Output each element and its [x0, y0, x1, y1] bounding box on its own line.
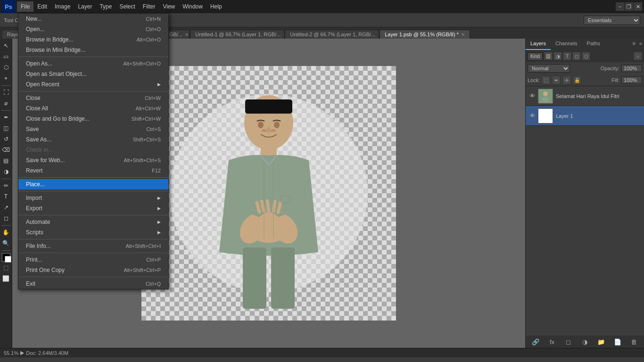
menu-open-recent[interactable]: Open Recent: [18, 79, 168, 90]
menu-check-in-label: Check In...: [26, 147, 53, 153]
menu-open-smart-object[interactable]: Open as Smart Object...: [18, 69, 168, 79]
menu-open-as[interactable]: Open As... Alt+Shift+Ctrl+O: [18, 58, 168, 69]
menu-save-web-shortcut: Alt+Shift+Ctrl+S: [124, 157, 161, 163]
menu-print[interactable]: Print... Ctrl+P: [18, 255, 168, 265]
separator-1: [18, 57, 168, 57]
menu-scripts-label: Scripts: [26, 229, 43, 236]
menu-revert-label: Revert: [26, 167, 42, 174]
menu-browse-bridge-label: Browse in Bridge...: [26, 36, 74, 43]
menu-save-web[interactable]: Save for Web... Alt+Shift+Ctrl+S: [18, 155, 168, 165]
separator-2: [18, 91, 168, 91]
menu-save[interactable]: Save Ctrl+S: [18, 124, 168, 134]
menu-save-label: Save: [26, 126, 39, 132]
menu-export-label: Export: [26, 205, 42, 212]
menu-exit[interactable]: Exit Ctrl+Q: [18, 279, 168, 289]
menu-new-label: New...: [26, 16, 41, 22]
menu-close[interactable]: Close Ctrl+W: [18, 93, 168, 103]
menu-close-label: Close: [26, 95, 41, 101]
menu-file-info-shortcut: Alt+Shift+Ctrl+I: [126, 243, 161, 249]
menu-new-shortcut: Ctrl+N: [146, 16, 161, 22]
menu-close-shortcut: Ctrl+W: [145, 95, 161, 101]
menu-check-in: Check In...: [18, 145, 168, 155]
menu-open[interactable]: Open... Ctrl+O: [18, 24, 168, 34]
menu-exit-label: Exit: [26, 280, 35, 287]
separator-5: [18, 215, 168, 215]
menu-open-recent-label: Open Recent: [26, 81, 59, 88]
menu-print-one-copy-label: Print One Copy: [26, 267, 65, 273]
menu-close-all-shortcut: Alt+Ctrl+W: [136, 106, 161, 111]
menu-import[interactable]: Import: [18, 193, 168, 203]
menu-save-as-label: Save As...: [26, 136, 51, 143]
menu-close-go-bridge[interactable]: Close and Go to Bridge... Shift+Ctrl+W: [18, 114, 168, 124]
menu-export[interactable]: Export: [18, 203, 168, 214]
menu-browse-bridge[interactable]: Browse in Bridge... Alt+Ctrl+O: [18, 34, 168, 45]
menu-revert[interactable]: Revert F12: [18, 165, 168, 176]
menu-automate[interactable]: Automate: [18, 217, 168, 227]
separator-8: [18, 277, 168, 277]
menu-save-shortcut: Ctrl+S: [146, 126, 161, 132]
menu-open-shortcut: Ctrl+O: [146, 26, 161, 32]
menu-file-info-label: File Info...: [26, 243, 51, 249]
menu-browse-mini-bridge-label: Browse in Mini Bridge...: [26, 47, 85, 53]
separator-7: [18, 253, 168, 253]
menu-open-smart-label: Open as Smart Object...: [26, 71, 87, 77]
menu-import-label: Import: [26, 195, 42, 201]
file-dropdown: New... Ctrl+N Open... Ctrl+O Browse in B…: [18, 13, 169, 289]
dropdown-overlay: New... Ctrl+N Open... Ctrl+O Browse in B…: [0, 0, 644, 362]
menu-save-as-shortcut: Shift+Ctrl+S: [133, 137, 161, 142]
menu-save-web-label: Save for Web...: [26, 157, 65, 164]
menu-save-as[interactable]: Save As... Shift+Ctrl+S: [18, 134, 168, 145]
menu-open-label: Open...: [26, 26, 44, 33]
menu-print-one-copy[interactable]: Print One Copy Alt+Shift+Ctrl+P: [18, 265, 168, 275]
menu-close-bridge-label: Close and Go to Bridge...: [26, 115, 90, 122]
menu-file-info[interactable]: File Info... Alt+Shift+Ctrl+I: [18, 241, 168, 251]
menu-scripts[interactable]: Scripts: [18, 227, 168, 238]
separator-3: [18, 177, 168, 178]
separator-6: [18, 239, 168, 239]
menu-close-all-label: Close All: [26, 105, 48, 112]
menu-close-bridge-shortcut: Shift+Ctrl+W: [132, 116, 161, 122]
menu-automate-label: Automate: [26, 219, 50, 225]
menu-print-label: Print...: [26, 256, 42, 263]
menu-place[interactable]: Place...: [18, 179, 168, 189]
menu-exit-shortcut: Ctrl+Q: [146, 281, 161, 287]
menu-open-as-shortcut: Alt+Shift+Ctrl+O: [123, 61, 161, 66]
menu-revert-shortcut: F12: [152, 168, 161, 173]
menu-print-shortcut: Ctrl+P: [146, 257, 161, 263]
menu-open-as-label: Open As...: [26, 60, 52, 67]
separator-4: [18, 191, 168, 191]
menu-browse-mini-bridge[interactable]: Browse in Mini Bridge...: [18, 45, 168, 55]
menu-place-label: Place...: [26, 181, 45, 188]
menu-browse-bridge-shortcut: Alt+Ctrl+O: [137, 37, 161, 42]
menu-new[interactable]: New... Ctrl+N: [18, 14, 168, 24]
menu-close-all[interactable]: Close All Alt+Ctrl+W: [18, 103, 168, 114]
menu-print-one-copy-shortcut: Alt+Shift+Ctrl+P: [124, 267, 161, 273]
